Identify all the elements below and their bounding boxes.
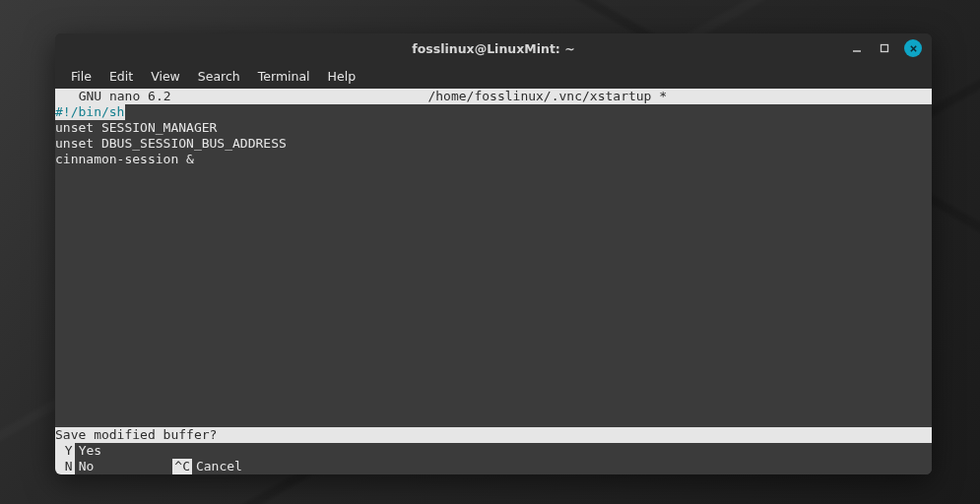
shortcut-cancel[interactable]: ^C Cancel bbox=[172, 459, 266, 474]
nano-app-name: GNU nano 6.2 bbox=[63, 89, 171, 104]
menu-edit[interactable]: Edit bbox=[101, 66, 141, 87]
maximize-button[interactable] bbox=[877, 40, 892, 56]
menu-help[interactable]: Help bbox=[320, 66, 364, 87]
svg-rect-1 bbox=[882, 45, 888, 52]
editor-line: unset DBUS_SESSION_BUS_ADDRESS bbox=[55, 136, 932, 152]
shortcut-label-yes: Yes bbox=[75, 443, 125, 459]
nano-header: GNU nano 6.2 /home/fosslinux/.vnc/xstart… bbox=[55, 89, 932, 104]
menu-search[interactable]: Search bbox=[190, 66, 248, 87]
shortcut-label-cancel: Cancel bbox=[192, 459, 266, 474]
nano-prompt: Save modified buffer? bbox=[55, 427, 932, 443]
menu-terminal[interactable]: Terminal bbox=[250, 66, 318, 87]
shortcut-key-cancel: ^C bbox=[172, 459, 192, 474]
window-controls bbox=[849, 39, 932, 57]
shortcut-key-y: Y bbox=[55, 443, 75, 459]
window-title: fosslinux@LinuxMint: ~ bbox=[55, 41, 932, 56]
menu-file[interactable]: File bbox=[63, 66, 99, 87]
terminal-viewport[interactable]: GNU nano 6.2 /home/fosslinux/.vnc/xstart… bbox=[55, 89, 932, 474]
minimize-button[interactable] bbox=[849, 40, 865, 56]
close-button[interactable] bbox=[904, 39, 922, 57]
nano-filename: /home/fosslinux/.vnc/xstartup * bbox=[171, 89, 924, 104]
nano-prompt-area: Save modified buffer? Y Yes N No bbox=[55, 427, 932, 474]
editor-line: unset SESSION_MANAGER bbox=[55, 120, 932, 136]
shortcut-key-n: N bbox=[55, 459, 75, 474]
editor-body[interactable]: #!/bin/sh unset SESSION_MANAGER unset DB… bbox=[55, 104, 932, 167]
titlebar[interactable]: fosslinux@LinuxMint: ~ bbox=[55, 33, 932, 63]
terminal-window: fosslinux@LinuxMint: ~ File Edit View Se… bbox=[55, 33, 932, 474]
menubar: File Edit View Search Terminal Help bbox=[55, 63, 932, 89]
shebang-line: #!/bin/sh bbox=[55, 104, 125, 120]
menu-view[interactable]: View bbox=[143, 66, 188, 87]
prompt-text: Save modified buffer? bbox=[55, 427, 229, 443]
shortcut-no[interactable]: N No bbox=[55, 459, 172, 474]
prompt-cursor[interactable] bbox=[229, 427, 924, 443]
shortcut-label-no: No bbox=[75, 459, 173, 474]
shortcut-yes[interactable]: Y Yes bbox=[55, 443, 125, 459]
editor-line: cinnamon-session & bbox=[55, 152, 932, 167]
